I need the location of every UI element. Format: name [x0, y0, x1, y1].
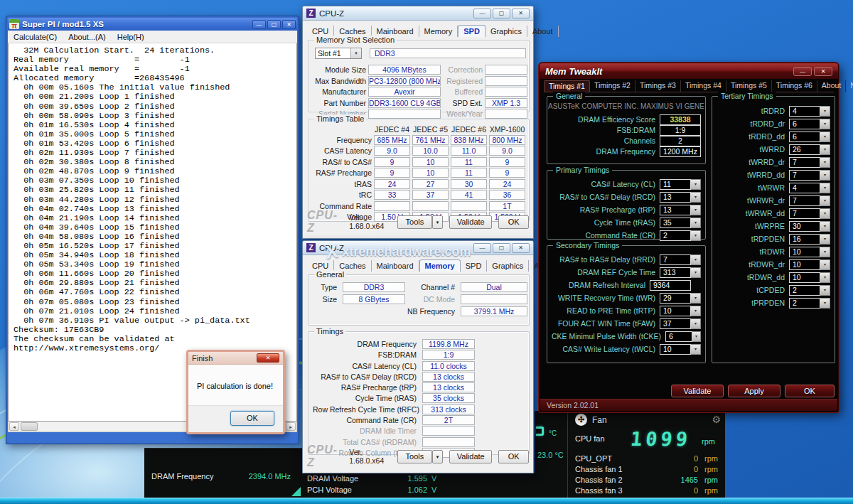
chevron-down-icon[interactable]: ▾	[820, 285, 830, 296]
ok-button[interactable]: OK	[498, 215, 529, 229]
cpuz-tab[interactable]: Graphics	[485, 26, 527, 37]
chevron-down-icon[interactable]: ▾	[820, 144, 830, 155]
tools-button[interactable]: Tools	[397, 450, 432, 463]
timing-value-select[interactable]: 9364	[650, 280, 691, 291]
memtweakit-tab[interactable]: Timings #5	[726, 80, 772, 92]
minimize-button[interactable]: —	[473, 9, 491, 18]
chevron-down-icon[interactable]: ▾	[820, 272, 830, 283]
slot-select[interactable]: Slot #1 ▾	[315, 48, 362, 59]
chevron-down-icon[interactable]: ▾	[820, 132, 830, 142]
timing-value-select[interactable]: 10	[789, 247, 820, 257]
cpuz-tab[interactable]: Memory	[419, 259, 461, 272]
chevron-down-icon[interactable]: ▾	[691, 179, 701, 190]
chevron-down-icon[interactable]: ▾	[691, 205, 701, 215]
chevron-down-icon[interactable]: ▾	[820, 195, 830, 206]
minimize-button[interactable]: —	[793, 67, 812, 76]
timing-value-select[interactable]: 26	[789, 144, 820, 155]
chevron-down-icon[interactable]: ▾	[692, 331, 701, 342]
timing-value-select[interactable]: 6	[665, 331, 692, 342]
cpuz-tab[interactable]: Memory	[419, 26, 458, 37]
chevron-down-icon[interactable]: ▾	[820, 106, 830, 117]
cpuz-tab[interactable]: Graphics	[487, 260, 529, 272]
panel-resize-triangle[interactable]	[291, 487, 301, 496]
timing-value-select[interactable]: 2	[660, 230, 691, 241]
chevron-down-icon[interactable]: ▾	[820, 221, 830, 232]
chevron-down-icon[interactable]: ▾	[691, 254, 701, 265]
timing-value-select[interactable]: 10	[660, 306, 691, 316]
maximize-button[interactable]: ▢	[267, 20, 281, 29]
close-button[interactable]: ✕	[512, 243, 530, 253]
timing-value-select[interactable]: 29	[660, 293, 691, 304]
timing-value-select[interactable]: 2	[789, 298, 820, 309]
tools-dropdown-icon[interactable]: ▾	[432, 215, 444, 229]
timing-value-select[interactable]: 35	[660, 218, 691, 228]
timing-value-select[interactable]: 16	[789, 234, 820, 245]
memtweakit-tab[interactable]: Timings #3	[635, 80, 681, 92]
chevron-down-icon[interactable]: ▾	[820, 208, 830, 219]
apply-button[interactable]: Apply	[728, 385, 780, 397]
chevron-down-icon[interactable]: ▾	[691, 293, 701, 304]
menu-item[interactable]: Help(H)	[112, 33, 150, 41]
scrollbar-thumb[interactable]	[21, 422, 38, 431]
minimize-button[interactable]: —	[473, 243, 491, 253]
timing-value-select[interactable]: 7	[789, 157, 820, 168]
minimize-button[interactable]: —	[252, 20, 266, 29]
timing-value-select[interactable]: 30	[789, 221, 820, 232]
chevron-down-icon[interactable]: ▾	[691, 230, 701, 241]
cpuz-tab[interactable]: SPD	[461, 260, 488, 272]
memtweakit-tab[interactable]: Timings #4	[681, 80, 726, 92]
memtweakit-tab[interactable]: Timings #2	[590, 80, 635, 92]
finish-titlebar[interactable]: Finish ✕	[188, 352, 283, 365]
cpuz-tab[interactable]: Mainboard	[372, 260, 419, 272]
cpuz-titlebar[interactable]: Z CPU-Z — ▢ ✕	[303, 6, 533, 21]
timing-value-select[interactable]: 7	[660, 254, 691, 265]
timing-value-select[interactable]: 37	[660, 318, 691, 329]
validate-button[interactable]: Validate	[449, 450, 492, 463]
chevron-down-icon[interactable]: ▾	[820, 259, 830, 270]
cpuz-titlebar[interactable]: Z CPU-Z — ▢ ✕	[303, 241, 533, 255]
chevron-down-icon[interactable]: ▾	[820, 157, 830, 168]
chevron-down-icon[interactable]: ▾	[820, 234, 830, 245]
ok-button[interactable]: OK	[230, 411, 274, 426]
timing-value-select[interactable]: 7	[789, 170, 820, 181]
menu-item[interactable]: About...(A)	[63, 33, 112, 41]
menu-item[interactable]: Calculate(C)	[8, 33, 63, 41]
timing-value-select[interactable]: 10	[789, 259, 820, 270]
timing-value-select[interactable]: 10	[789, 272, 820, 283]
chevron-down-icon[interactable]: ▾	[691, 267, 701, 278]
timing-value-select[interactable]: 7	[789, 195, 820, 206]
timing-value-select[interactable]: 7	[789, 208, 820, 219]
chevron-down-icon[interactable]: ▾	[820, 247, 830, 257]
memtweakit-tab[interactable]: Notice	[846, 80, 853, 92]
timing-value-select[interactable]: 2	[789, 285, 820, 296]
tools-dropdown-icon[interactable]: ▾	[432, 450, 444, 463]
cpuz-tab[interactable]: About	[527, 26, 559, 37]
memtweakit-tab[interactable]: Timings #6	[772, 80, 817, 92]
timing-value-select[interactable]: 6	[789, 132, 820, 142]
timing-value-select[interactable]: 4	[789, 183, 820, 193]
timing-value-select[interactable]: 6	[789, 119, 820, 129]
timing-value-select[interactable]: 13	[660, 205, 691, 215]
chevron-down-icon[interactable]: ▾	[820, 298, 830, 309]
chevron-down-icon[interactable]: ▾	[691, 192, 701, 203]
timing-value-select[interactable]: 4	[789, 106, 820, 117]
chevron-down-icon[interactable]: ▾	[820, 170, 830, 181]
scroll-right-icon[interactable]: ▸	[286, 422, 296, 431]
chevron-down-icon[interactable]: ▾	[350, 48, 361, 58]
close-button[interactable]: ✕	[512, 9, 530, 18]
timing-value-select[interactable]: 10	[660, 344, 691, 355]
memtweakit-tab[interactable]: Timings #1	[544, 80, 590, 92]
chevron-down-icon[interactable]: ▾	[820, 183, 830, 193]
chevron-down-icon[interactable]: ▾	[691, 318, 701, 329]
timing-value-select[interactable]: 13	[660, 192, 691, 203]
taskbar-strip[interactable]	[0, 498, 853, 504]
close-button[interactable]: ✕	[814, 67, 832, 76]
validate-button[interactable]: Validate	[671, 385, 724, 397]
timing-value-select[interactable]: 11	[660, 179, 691, 190]
close-button[interactable]: ✕	[282, 20, 296, 29]
validate-button[interactable]: Validate	[449, 215, 492, 229]
scroll-left-icon[interactable]: ◂	[9, 422, 19, 431]
cpuz-tab[interactable]: SPD	[458, 25, 485, 37]
close-button[interactable]: ✕	[257, 353, 279, 363]
chevron-down-icon[interactable]: ▾	[820, 119, 830, 129]
